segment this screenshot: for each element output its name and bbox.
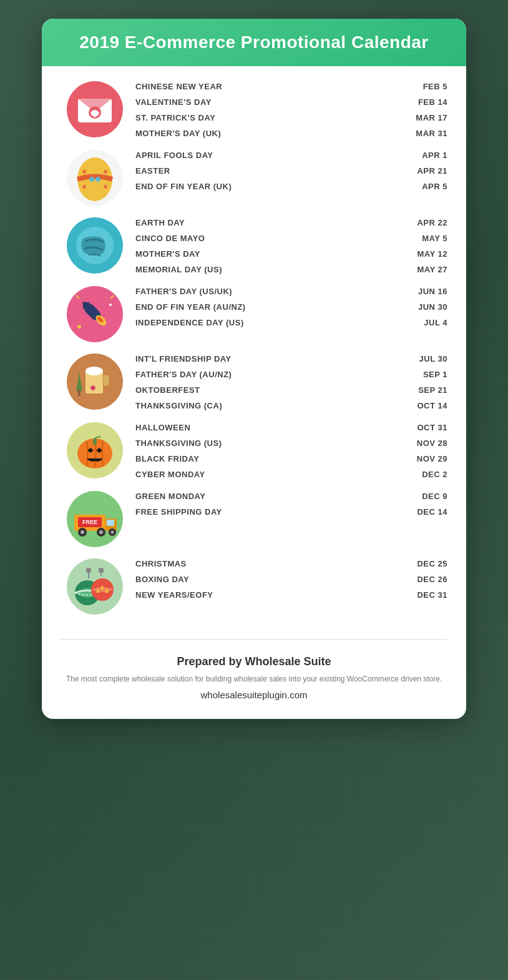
section-earth: EARTH DAY APR 22 CINCO DE MAYO MAY 5 MOT… — [61, 215, 447, 277]
events-col-7: GREEN MONDAY DEC 9 FREE SHIPPING DAY DEC… — [129, 488, 447, 520]
truck-icon: FREE — [67, 491, 123, 547]
event-row: FATHER'S DAY (US/UK) JUN 16 — [135, 284, 447, 299]
footer: Prepared by Wholesale Suite The most com… — [42, 649, 466, 700]
icon-col-firework — [61, 284, 129, 345]
event-row: NEW YEARS/EOFY DEC 31 — [135, 587, 447, 603]
event-row: APRIL FOOLS DAY APR 1 — [135, 147, 447, 163]
footer-url: wholesalesuiteplugin.com — [61, 690, 447, 700]
event-row: MEMORIAL DAY (US) MAY 27 — [135, 262, 447, 277]
event-row: CYBER MONDAY DEC 2 — [135, 467, 447, 482]
event-row: CHINESE NEW YEAR FEB 5 — [135, 79, 447, 94]
christmas-icon — [67, 558, 123, 615]
section-christmas: CHRISTMAS DEC 25 BOXING DAY DEC 26 NEW Y… — [61, 556, 447, 617]
svg-rect-29 — [78, 390, 81, 396]
icon-col-christmas — [61, 556, 129, 617]
events-col-4: FATHER'S DAY (US/UK) JUN 16 END OF FIN Y… — [129, 284, 447, 330]
firework-icon — [67, 286, 123, 342]
svg-rect-52 — [99, 568, 104, 573]
svg-rect-39 — [107, 520, 114, 526]
svg-point-22 — [77, 325, 81, 329]
event-row: EARTH DAY APR 22 — [135, 215, 447, 230]
events-col-3: EARTH DAY APR 22 CINCO DE MAYO MAY 5 MOT… — [129, 215, 447, 277]
footer-brand: Prepared by Wholesale Suite — [61, 655, 447, 668]
event-row: CHRISTMAS DEC 25 — [135, 556, 447, 572]
events-col-5: INT'L FRIENDSHIP DAY JUL 30 FATHER'S DAY… — [129, 351, 447, 413]
event-row: INT'L FRIENDSHIP DAY JUL 30 — [135, 351, 447, 367]
event-row: HALLOWEEN OCT 31 — [135, 420, 447, 435]
events-col-2: APRIL FOOLS DAY APR 1 EASTER APR 21 END … — [129, 147, 447, 194]
svg-point-43 — [99, 530, 103, 534]
icon-col-valentine — [61, 79, 129, 140]
event-row: ST. PATRICK'S DAY MAR 17 — [135, 110, 447, 126]
svg-point-41 — [81, 530, 84, 534]
card-header: 2019 E-Commerce Promotional Calendar — [42, 19, 466, 66]
event-row: THANKSGIVING (CA) OCT 14 — [135, 398, 447, 413]
icon-col-easter — [61, 147, 129, 209]
event-row: BLACK FRIDAY NOV 29 — [135, 451, 447, 467]
event-row: END OF FIN YEAR (UK) APR 5 — [135, 179, 447, 194]
icon-col-truck: FREE — [61, 488, 129, 550]
section-oktoberfest: INT'L FRIENDSHIP DAY JUL 30 FATHER'S DAY… — [61, 351, 447, 413]
event-row: MOTHER'S DAY (UK) MAR 31 — [135, 126, 447, 141]
event-row: GREEN MONDAY DEC 9 — [135, 488, 447, 504]
event-row: FATHER'S DAY (AU/NZ) SEP 1 — [135, 367, 447, 382]
svg-rect-26 — [103, 375, 109, 386]
svg-point-9 — [82, 170, 86, 174]
svg-text:FREE: FREE — [82, 519, 97, 525]
valentine-icon — [67, 81, 123, 137]
svg-rect-51 — [86, 568, 91, 573]
earth-icon — [67, 217, 123, 274]
page-title: 2019 E-Commerce Promotional Calendar — [61, 32, 447, 52]
icon-col-halloween — [61, 420, 129, 481]
main-card: 2019 E-Commerce Promotional Calendar — [42, 19, 466, 719]
event-row: OKTOBERFEST SEP 21 — [135, 382, 447, 398]
events-col-8: CHRISTMAS DEC 25 BOXING DAY DEC 26 NEW Y… — [129, 556, 447, 603]
oktoberfest-icon — [67, 354, 123, 410]
icon-col-oktoberfest — [61, 351, 129, 412]
footer-description: The most complete wholesale solution for… — [61, 673, 447, 685]
footer-divider — [61, 639, 447, 640]
section-halloween: HALLOWEEN OCT 31 THANKSGIVING (US) NOV 2… — [61, 420, 447, 482]
event-row: VALENTINE'S DAY FEB 14 — [135, 94, 447, 110]
icon-col-earth — [61, 215, 129, 276]
event-row: THANKSGIVING (US) NOV 28 — [135, 435, 447, 451]
event-row: EASTER APR 21 — [135, 163, 447, 179]
section-valentine: CHINESE NEW YEAR FEB 5 VALENTINE'S DAY F… — [61, 79, 447, 141]
svg-point-10 — [104, 170, 107, 174]
svg-point-23 — [109, 304, 112, 306]
event-row: BOXING DAY DEC 26 — [135, 572, 447, 587]
events-col-1: CHINESE NEW YEAR FEB 5 VALENTINE'S DAY F… — [129, 79, 447, 141]
halloween-icon — [67, 422, 123, 478]
event-row: END OF FIN YEAR (AU/NZ) JUN 30 — [135, 299, 447, 315]
event-row: MOTHER'S DAY MAY 12 — [135, 246, 447, 262]
event-row: INDEPENDENCE DAY (US) JUL 4 — [135, 315, 447, 330]
svg-rect-33 — [93, 438, 97, 445]
event-row: FREE SHIPPING DAY DEC 14 — [135, 504, 447, 520]
svg-point-45 — [111, 531, 114, 534]
section-truck: FREE GREEN MONDAY DEC 9 FREE SHIPPING DA… — [61, 488, 447, 550]
easter-icon — [67, 150, 123, 206]
svg-point-11 — [82, 185, 86, 189]
svg-point-27 — [85, 367, 103, 375]
section-easter: APRIL FOOLS DAY APR 1 EASTER APR 21 END … — [61, 147, 447, 209]
events-col-6: HALLOWEEN OCT 31 THANKSGIVING (US) NOV 2… — [129, 420, 447, 482]
event-row: CINCO DE MAYO MAY 5 — [135, 230, 447, 246]
section-firework: FATHER'S DAY (US/UK) JUN 16 END OF FIN Y… — [61, 284, 447, 345]
card-body: CHINESE NEW YEAR FEB 5 VALENTINE'S DAY F… — [42, 66, 466, 630]
svg-point-12 — [104, 185, 107, 189]
